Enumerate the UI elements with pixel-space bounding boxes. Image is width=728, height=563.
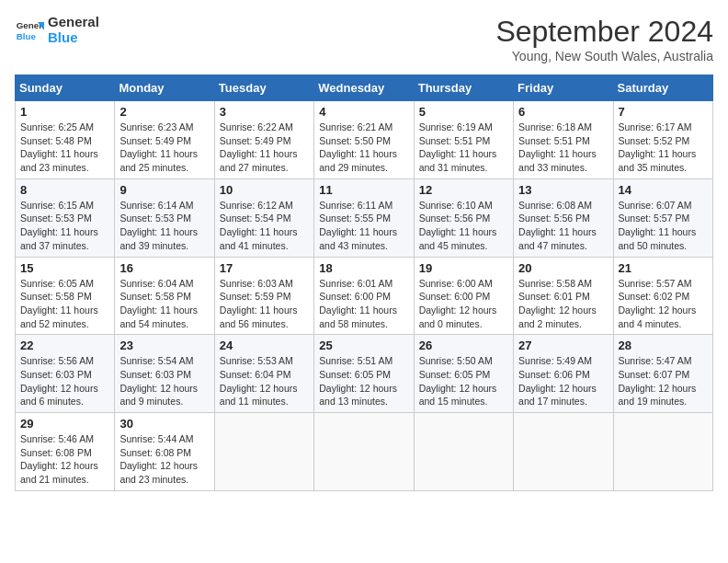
day-info: Sunrise: 6:14 AM Sunset: 5:53 PM Dayligh… bbox=[119, 199, 209, 253]
sunrise-label: Sunrise: 6:05 AM bbox=[20, 278, 94, 289]
daylight-label: Daylight: 11 hours and 35 minutes. bbox=[619, 148, 697, 173]
day-info: Sunrise: 6:23 AM Sunset: 5:49 PM Dayligh… bbox=[119, 121, 209, 175]
day-info: Sunrise: 5:50 AM Sunset: 6:05 PM Dayligh… bbox=[419, 354, 508, 408]
sunrise-label: Sunrise: 6:01 AM bbox=[319, 278, 392, 289]
day-info: Sunrise: 6:15 AM Sunset: 5:53 PM Dayligh… bbox=[20, 199, 109, 253]
day-info: Sunrise: 5:51 AM Sunset: 6:05 PM Dayligh… bbox=[319, 354, 408, 408]
daylight-label: Daylight: 11 hours and 39 minutes. bbox=[119, 226, 198, 251]
day-number: 9 bbox=[119, 183, 209, 197]
sunset-label: Sunset: 5:51 PM bbox=[419, 135, 491, 146]
day-info: Sunrise: 6:19 AM Sunset: 5:51 PM Dayligh… bbox=[419, 121, 508, 175]
daylight-label: Daylight: 12 hours and 11 minutes. bbox=[220, 383, 298, 408]
daylight-label: Daylight: 11 hours and 45 minutes. bbox=[419, 226, 497, 251]
calendar-day-header: Thursday bbox=[414, 75, 513, 101]
sunset-label: Sunset: 6:08 PM bbox=[119, 447, 191, 458]
day-number: 15 bbox=[20, 261, 109, 275]
sunset-label: Sunset: 5:57 PM bbox=[619, 213, 690, 224]
sunrise-label: Sunrise: 5:57 AM bbox=[619, 278, 692, 289]
calendar-cell bbox=[514, 413, 613, 491]
day-info: Sunrise: 5:46 AM Sunset: 6:08 PM Dayligh… bbox=[20, 432, 109, 487]
sunset-label: Sunset: 5:55 PM bbox=[319, 213, 391, 224]
daylight-label: Daylight: 11 hours and 56 minutes. bbox=[220, 304, 298, 329]
day-number: 19 bbox=[419, 261, 508, 275]
sunset-label: Sunset: 6:04 PM bbox=[220, 369, 291, 380]
svg-text:Blue: Blue bbox=[17, 30, 37, 40]
day-number: 28 bbox=[619, 339, 708, 352]
day-number: 10 bbox=[220, 183, 309, 197]
calendar-cell bbox=[314, 413, 414, 491]
daylight-label: Daylight: 11 hours and 52 minutes. bbox=[20, 304, 98, 329]
sunset-label: Sunset: 5:58 PM bbox=[119, 291, 191, 302]
calendar-cell: 14 Sunrise: 6:07 AM Sunset: 5:57 PM Dayl… bbox=[613, 178, 712, 257]
daylight-label: Daylight: 12 hours and 0 minutes. bbox=[419, 304, 497, 329]
day-number: 17 bbox=[220, 261, 309, 275]
sunrise-label: Sunrise: 6:14 AM bbox=[119, 200, 193, 211]
logo-general: General bbox=[48, 15, 99, 30]
calendar-cell: 20 Sunrise: 5:58 AM Sunset: 6:01 PM Dayl… bbox=[514, 257, 613, 335]
calendar-week-row: 29 Sunrise: 5:46 AM Sunset: 6:08 PM Dayl… bbox=[16, 413, 713, 491]
daylight-label: Daylight: 11 hours and 23 minutes. bbox=[20, 148, 98, 173]
calendar-week-row: 1 Sunrise: 6:25 AM Sunset: 5:48 PM Dayli… bbox=[16, 101, 713, 179]
calendar-cell: 23 Sunrise: 5:54 AM Sunset: 6:03 PM Dayl… bbox=[115, 335, 214, 413]
day-info: Sunrise: 6:17 AM Sunset: 5:52 PM Dayligh… bbox=[619, 121, 708, 175]
day-number: 26 bbox=[419, 339, 508, 352]
sunrise-label: Sunrise: 6:22 AM bbox=[220, 121, 293, 132]
sunset-label: Sunset: 6:03 PM bbox=[20, 369, 92, 380]
day-number: 21 bbox=[619, 261, 708, 275]
sunset-label: Sunset: 6:05 PM bbox=[319, 369, 391, 380]
sunrise-label: Sunrise: 6:21 AM bbox=[319, 121, 392, 132]
day-number: 29 bbox=[20, 417, 109, 431]
day-number: 11 bbox=[319, 183, 408, 197]
calendar-cell: 18 Sunrise: 6:01 AM Sunset: 6:00 PM Dayl… bbox=[314, 257, 414, 335]
daylight-label: Daylight: 11 hours and 25 minutes. bbox=[119, 148, 198, 173]
day-number: 27 bbox=[518, 339, 608, 352]
calendar-cell: 30 Sunrise: 5:44 AM Sunset: 6:08 PM Dayl… bbox=[115, 413, 214, 491]
sunrise-label: Sunrise: 6:03 AM bbox=[220, 278, 293, 289]
calendar-cell bbox=[414, 413, 513, 491]
day-info: Sunrise: 6:10 AM Sunset: 5:56 PM Dayligh… bbox=[419, 199, 508, 253]
calendar-header-row: SundayMondayTuesdayWednesdayThursdayFrid… bbox=[16, 75, 713, 101]
day-number: 1 bbox=[20, 105, 109, 119]
calendar-day-header: Monday bbox=[115, 75, 214, 101]
day-info: Sunrise: 5:44 AM Sunset: 6:08 PM Dayligh… bbox=[119, 432, 209, 487]
location-subtitle: Young, New South Wales, Australia bbox=[495, 49, 713, 63]
day-info: Sunrise: 5:57 AM Sunset: 6:02 PM Dayligh… bbox=[619, 277, 708, 331]
sunset-label: Sunset: 5:56 PM bbox=[518, 213, 590, 224]
sunrise-label: Sunrise: 6:11 AM bbox=[319, 200, 392, 211]
day-info: Sunrise: 5:47 AM Sunset: 6:07 PM Dayligh… bbox=[619, 354, 708, 408]
day-number: 18 bbox=[319, 261, 408, 275]
calendar-cell: 24 Sunrise: 5:53 AM Sunset: 6:04 PM Dayl… bbox=[214, 335, 313, 413]
sunset-label: Sunset: 6:01 PM bbox=[518, 291, 590, 302]
calendar-cell: 17 Sunrise: 6:03 AM Sunset: 5:59 PM Dayl… bbox=[214, 257, 313, 335]
sunset-label: Sunset: 6:00 PM bbox=[319, 291, 391, 302]
sunrise-label: Sunrise: 5:50 AM bbox=[419, 355, 493, 366]
sunset-label: Sunset: 5:53 PM bbox=[20, 213, 92, 224]
sunrise-label: Sunrise: 6:07 AM bbox=[619, 200, 692, 211]
day-info: Sunrise: 6:01 AM Sunset: 6:00 PM Dayligh… bbox=[319, 277, 408, 331]
day-number: 24 bbox=[220, 339, 309, 352]
calendar-day-header: Wednesday bbox=[314, 75, 414, 101]
sunset-label: Sunset: 6:03 PM bbox=[119, 369, 191, 380]
sunset-label: Sunset: 5:58 PM bbox=[20, 291, 92, 302]
calendar-body: 1 Sunrise: 6:25 AM Sunset: 5:48 PM Dayli… bbox=[16, 101, 713, 491]
day-number: 13 bbox=[518, 183, 608, 197]
day-number: 23 bbox=[119, 339, 209, 352]
sunset-label: Sunset: 6:07 PM bbox=[619, 369, 690, 380]
sunrise-label: Sunrise: 6:18 AM bbox=[518, 121, 592, 132]
sunset-label: Sunset: 5:56 PM bbox=[419, 213, 491, 224]
calendar-week-row: 15 Sunrise: 6:05 AM Sunset: 5:58 PM Dayl… bbox=[16, 257, 713, 335]
calendar-cell: 5 Sunrise: 6:19 AM Sunset: 5:51 PM Dayli… bbox=[414, 101, 513, 179]
sunrise-label: Sunrise: 5:46 AM bbox=[20, 433, 94, 444]
calendar-cell: 2 Sunrise: 6:23 AM Sunset: 5:49 PM Dayli… bbox=[115, 101, 214, 179]
calendar-day-header: Sunday bbox=[16, 75, 115, 101]
day-info: Sunrise: 6:12 AM Sunset: 5:54 PM Dayligh… bbox=[220, 199, 309, 253]
calendar-cell: 13 Sunrise: 6:08 AM Sunset: 5:56 PM Dayl… bbox=[514, 178, 613, 257]
daylight-label: Daylight: 11 hours and 41 minutes. bbox=[220, 226, 298, 251]
calendar-cell bbox=[613, 413, 712, 491]
day-number: 3 bbox=[220, 105, 309, 119]
daylight-label: Daylight: 11 hours and 37 minutes. bbox=[20, 226, 98, 251]
day-info: Sunrise: 5:56 AM Sunset: 6:03 PM Dayligh… bbox=[20, 354, 109, 408]
daylight-label: Daylight: 12 hours and 2 minutes. bbox=[518, 304, 597, 329]
day-info: Sunrise: 6:04 AM Sunset: 5:58 PM Dayligh… bbox=[119, 277, 209, 331]
daylight-label: Daylight: 11 hours and 29 minutes. bbox=[319, 148, 397, 173]
